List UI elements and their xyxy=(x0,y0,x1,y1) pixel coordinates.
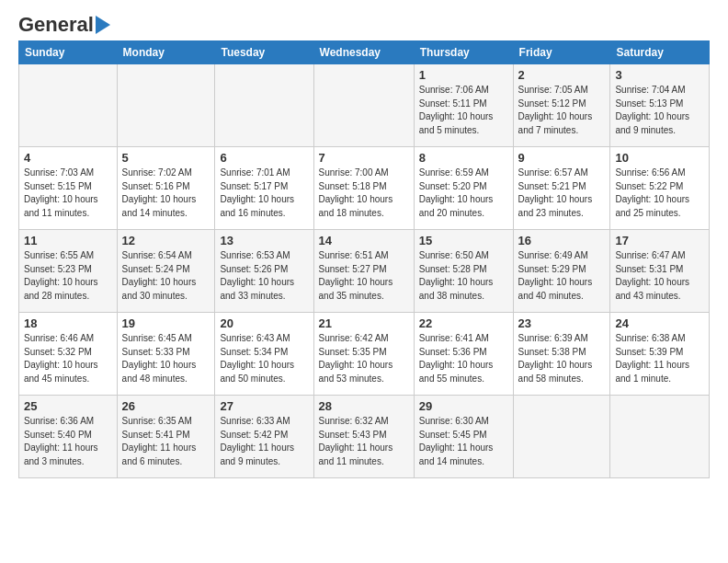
calendar-cell: 28Sunrise: 6:32 AM Sunset: 5:43 PM Dayli… xyxy=(313,396,414,478)
calendar-cell: 23Sunrise: 6:39 AM Sunset: 5:38 PM Dayli… xyxy=(513,313,610,396)
logo-arrow-icon xyxy=(96,16,110,34)
day-info: Sunrise: 6:50 AM Sunset: 5:28 PM Dayligh… xyxy=(419,249,508,303)
col-saturday: Saturday xyxy=(610,41,710,64)
day-number: 21 xyxy=(319,316,409,330)
calendar-cell: 3Sunrise: 7:04 AM Sunset: 5:13 PM Daylig… xyxy=(610,64,710,147)
day-info: Sunrise: 6:32 AM Sunset: 5:43 PM Dayligh… xyxy=(319,415,409,468)
col-tuesday: Tuesday xyxy=(215,41,313,64)
logo: General xyxy=(18,15,110,31)
calendar-week-row: 11Sunrise: 6:55 AM Sunset: 5:23 PM Dayli… xyxy=(19,230,710,313)
calendar-cell: 15Sunrise: 6:50 AM Sunset: 5:28 PM Dayli… xyxy=(414,230,513,313)
day-number: 2 xyxy=(518,68,606,82)
weekday-row: Sunday Monday Tuesday Wednesday Thursday… xyxy=(19,41,710,64)
day-info: Sunrise: 7:04 AM Sunset: 5:13 PM Dayligh… xyxy=(615,84,704,137)
calendar-cell: 18Sunrise: 6:46 AM Sunset: 5:32 PM Dayli… xyxy=(19,313,118,396)
calendar-cell xyxy=(19,64,118,147)
day-info: Sunrise: 6:57 AM Sunset: 5:21 PM Dayligh… xyxy=(518,167,606,220)
calendar-cell: 5Sunrise: 7:02 AM Sunset: 5:16 PM Daylig… xyxy=(117,147,215,230)
calendar-cell xyxy=(513,396,610,478)
day-info: Sunrise: 6:51 AM Sunset: 5:27 PM Dayligh… xyxy=(319,249,409,303)
day-info: Sunrise: 6:38 AM Sunset: 5:39 PM Dayligh… xyxy=(615,332,704,385)
calendar-cell xyxy=(117,64,215,147)
day-info: Sunrise: 6:30 AM Sunset: 5:45 PM Dayligh… xyxy=(419,415,508,468)
calendar-cell: 13Sunrise: 6:53 AM Sunset: 5:26 PM Dayli… xyxy=(215,230,313,313)
calendar-cell: 8Sunrise: 6:59 AM Sunset: 5:20 PM Daylig… xyxy=(414,147,513,230)
calendar-cell: 26Sunrise: 6:35 AM Sunset: 5:41 PM Dayli… xyxy=(117,396,215,478)
calendar-cell xyxy=(610,396,710,478)
day-info: Sunrise: 6:45 AM Sunset: 5:33 PM Dayligh… xyxy=(122,332,210,385)
day-info: Sunrise: 6:35 AM Sunset: 5:41 PM Dayligh… xyxy=(122,415,210,468)
page-header: General xyxy=(18,15,710,31)
day-info: Sunrise: 6:43 AM Sunset: 5:34 PM Dayligh… xyxy=(220,332,308,385)
day-info: Sunrise: 6:53 AM Sunset: 5:26 PM Dayligh… xyxy=(220,249,308,303)
day-number: 15 xyxy=(419,234,508,247)
day-info: Sunrise: 6:49 AM Sunset: 5:29 PM Dayligh… xyxy=(518,249,606,303)
day-number: 4 xyxy=(24,151,112,165)
day-info: Sunrise: 6:39 AM Sunset: 5:38 PM Dayligh… xyxy=(518,332,606,385)
col-friday: Friday xyxy=(513,41,610,64)
calendar-cell: 1Sunrise: 7:06 AM Sunset: 5:11 PM Daylig… xyxy=(414,64,513,147)
calendar-cell: 4Sunrise: 7:03 AM Sunset: 5:15 PM Daylig… xyxy=(19,147,118,230)
calendar-cell: 27Sunrise: 6:33 AM Sunset: 5:42 PM Dayli… xyxy=(215,396,313,478)
calendar-cell: 2Sunrise: 7:05 AM Sunset: 5:12 PM Daylig… xyxy=(513,64,610,147)
day-number: 14 xyxy=(319,234,409,247)
day-number: 1 xyxy=(419,68,508,82)
day-number: 26 xyxy=(122,399,210,413)
calendar-cell: 9Sunrise: 6:57 AM Sunset: 5:21 PM Daylig… xyxy=(513,147,610,230)
day-number: 8 xyxy=(419,151,508,165)
calendar-table: Sunday Monday Tuesday Wednesday Thursday… xyxy=(18,40,710,478)
calendar-cell xyxy=(313,64,414,147)
day-info: Sunrise: 7:00 AM Sunset: 5:18 PM Dayligh… xyxy=(319,167,409,220)
calendar-cell: 6Sunrise: 7:01 AM Sunset: 5:17 PM Daylig… xyxy=(215,147,313,230)
day-info: Sunrise: 6:46 AM Sunset: 5:32 PM Dayligh… xyxy=(24,332,112,385)
calendar-cell: 11Sunrise: 6:55 AM Sunset: 5:23 PM Dayli… xyxy=(19,230,118,313)
calendar-cell xyxy=(215,64,313,147)
day-number: 12 xyxy=(122,234,210,247)
logo-top-text: General xyxy=(18,15,94,35)
day-number: 7 xyxy=(319,151,409,165)
calendar-cell: 7Sunrise: 7:00 AM Sunset: 5:18 PM Daylig… xyxy=(313,147,414,230)
day-number: 5 xyxy=(122,151,210,165)
day-info: Sunrise: 6:59 AM Sunset: 5:20 PM Dayligh… xyxy=(419,167,508,220)
day-number: 27 xyxy=(220,399,308,413)
calendar-cell: 14Sunrise: 6:51 AM Sunset: 5:27 PM Dayli… xyxy=(313,230,414,313)
calendar-cell: 29Sunrise: 6:30 AM Sunset: 5:45 PM Dayli… xyxy=(414,396,513,478)
col-sunday: Sunday xyxy=(19,41,118,64)
calendar-week-row: 25Sunrise: 6:36 AM Sunset: 5:40 PM Dayli… xyxy=(19,396,710,478)
day-number: 29 xyxy=(419,399,508,413)
day-info: Sunrise: 6:55 AM Sunset: 5:23 PM Dayligh… xyxy=(24,249,112,303)
calendar-cell: 25Sunrise: 6:36 AM Sunset: 5:40 PM Dayli… xyxy=(19,396,118,478)
day-number: 23 xyxy=(518,316,606,330)
calendar-cell: 17Sunrise: 6:47 AM Sunset: 5:31 PM Dayli… xyxy=(610,230,710,313)
calendar-week-row: 1Sunrise: 7:06 AM Sunset: 5:11 PM Daylig… xyxy=(19,64,710,147)
calendar-cell: 19Sunrise: 6:45 AM Sunset: 5:33 PM Dayli… xyxy=(117,313,215,396)
calendar-cell: 20Sunrise: 6:43 AM Sunset: 5:34 PM Dayli… xyxy=(215,313,313,396)
col-monday: Monday xyxy=(117,41,215,64)
day-number: 25 xyxy=(24,399,112,413)
day-number: 11 xyxy=(24,234,112,247)
day-number: 3 xyxy=(615,68,704,82)
calendar-header: Sunday Monday Tuesday Wednesday Thursday… xyxy=(19,41,710,64)
day-info: Sunrise: 7:02 AM Sunset: 5:16 PM Dayligh… xyxy=(122,167,210,220)
day-number: 6 xyxy=(220,151,308,165)
calendar-cell: 10Sunrise: 6:56 AM Sunset: 5:22 PM Dayli… xyxy=(610,147,710,230)
calendar-cell: 22Sunrise: 6:41 AM Sunset: 5:36 PM Dayli… xyxy=(414,313,513,396)
day-number: 16 xyxy=(518,234,606,247)
day-number: 18 xyxy=(24,316,112,330)
day-number: 17 xyxy=(615,234,704,247)
day-info: Sunrise: 6:47 AM Sunset: 5:31 PM Dayligh… xyxy=(615,249,704,303)
day-number: 19 xyxy=(122,316,210,330)
day-number: 9 xyxy=(518,151,606,165)
day-info: Sunrise: 7:03 AM Sunset: 5:15 PM Dayligh… xyxy=(24,167,112,220)
day-number: 22 xyxy=(419,316,508,330)
day-number: 13 xyxy=(220,234,308,247)
day-number: 24 xyxy=(615,316,704,330)
day-info: Sunrise: 6:36 AM Sunset: 5:40 PM Dayligh… xyxy=(24,415,112,468)
day-info: Sunrise: 7:06 AM Sunset: 5:11 PM Dayligh… xyxy=(419,84,508,137)
day-number: 20 xyxy=(220,316,308,330)
col-wednesday: Wednesday xyxy=(313,41,414,64)
day-info: Sunrise: 6:56 AM Sunset: 5:22 PM Dayligh… xyxy=(615,167,704,220)
day-number: 10 xyxy=(615,151,704,165)
col-thursday: Thursday xyxy=(414,41,513,64)
calendar-week-row: 18Sunrise: 6:46 AM Sunset: 5:32 PM Dayli… xyxy=(19,313,710,396)
